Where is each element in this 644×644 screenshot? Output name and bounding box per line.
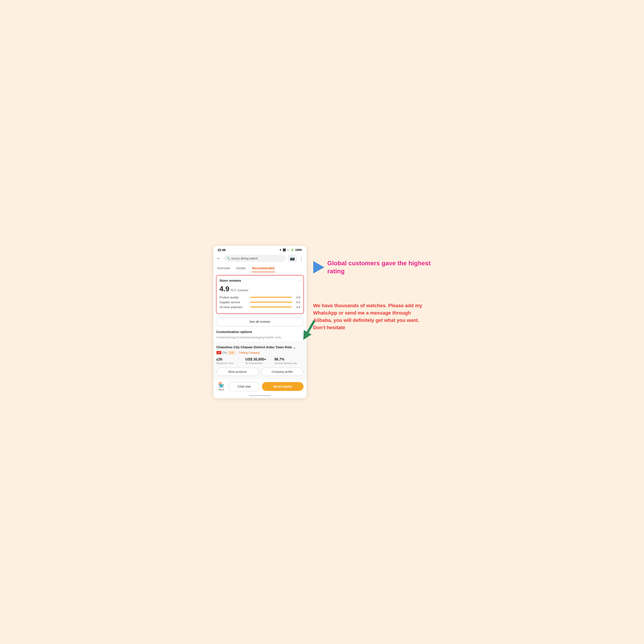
stat-label-0: Response Time	[216, 362, 246, 365]
annotation-bottom: We have thousands of watches. Please add…	[313, 302, 431, 331]
store-icon: 🏪	[218, 382, 224, 388]
rating-row-ontime-shipment: On-time shipment 4.9	[220, 305, 300, 309]
search-query-text: luxury diving watch	[232, 257, 258, 260]
bar-fill-0	[250, 297, 291, 298]
stat-value-0: ≤3h	[216, 357, 246, 361]
bar-track-0	[250, 297, 292, 298]
tag-divider: |	[236, 351, 237, 355]
battery-percent: 100%	[295, 248, 302, 252]
company-tags: ★ CN 1YR | Trading Company	[216, 351, 303, 355]
annotation-top-text: Global customers gave the highest rating	[327, 259, 431, 275]
metric-score-2: 4.9	[294, 305, 300, 309]
metric-score-0: 4.9	[294, 296, 300, 299]
company-stats: ≤3h Response Time US$ 30,000+ 53 Transac…	[216, 357, 303, 365]
stat-label-2: On-time delivery rate	[274, 362, 303, 365]
green-arrow-container	[295, 317, 322, 345]
home-indicator	[249, 395, 271, 396]
rating-satisfied-label: Satisfied	[237, 289, 248, 292]
stat-delivery: 96.7% On-time delivery rate	[274, 357, 303, 365]
annotation-top: Global customers gave the highest rating	[313, 259, 431, 275]
store-icon-area[interactable]: 🏪 Store	[216, 382, 226, 391]
search-input-box[interactable]: 🔍 luxury diving watch	[224, 255, 286, 262]
status-time: 22:46	[218, 248, 226, 252]
see-all-reviews-button[interactable]: See all reviews	[216, 317, 304, 326]
company-name: Chaozhou City Chaoan District Anbu Town …	[216, 345, 303, 349]
more-options-button[interactable]: ⋮	[299, 256, 303, 261]
bar-fill-1	[250, 302, 292, 303]
green-arrow-icon	[295, 317, 322, 344]
stat-response-time: ≤3h Response Time	[216, 357, 246, 365]
customization-section: Customization options › Customized logo;…	[213, 326, 307, 342]
store-label: Store	[218, 388, 224, 391]
rating-max: /5.0	[231, 288, 236, 292]
chat-now-button[interactable]: Chat now	[228, 382, 260, 391]
phone-mockup: 22:46 ✦ ⬛ ↑↓ 🔋 100% ← 🔍 luxury diving wa…	[213, 246, 307, 398]
nfc-icon: ⬛	[283, 248, 286, 252]
country-code: CN	[223, 351, 226, 354]
rating-score-big: 4.9	[220, 285, 229, 293]
annotation-bottom-text: We have thousands of watches. Please add…	[313, 302, 431, 331]
company-buttons: More products Company profile	[216, 368, 303, 376]
search-bar-area: ← 🔍 luxury diving watch 📷 ⋮	[213, 253, 307, 265]
bluetooth-icon: ✦	[279, 248, 281, 252]
blue-arrow-icon	[313, 261, 324, 273]
metric-label-2: On-time shipment	[220, 305, 248, 309]
bar-track-1	[250, 302, 292, 303]
customization-title: Customization options	[216, 330, 252, 334]
battery-icon: 🔋	[291, 248, 294, 252]
tab-overview[interactable]: Overview	[216, 265, 231, 272]
more-products-button[interactable]: More products	[216, 368, 259, 376]
rating-row-supplier-service: Supplier service 5.0	[220, 301, 300, 304]
stat-value-2: 96.7%	[274, 357, 303, 361]
year-badge: 1YR	[228, 351, 235, 355]
stat-label-1: 53 Transactions	[245, 362, 274, 365]
rating-row-product-quality: Product quality 4.9	[220, 296, 300, 299]
metric-score-1: 5.0	[294, 301, 300, 304]
status-icons: ✦ ⬛ ↑↓ 🔋 100%	[279, 248, 302, 252]
bar-fill-2	[250, 307, 291, 307]
country-flag-icon: ★	[216, 351, 221, 354]
stat-value-1: US$ 30,000+	[245, 357, 274, 361]
metric-label-1: Supplier service	[220, 301, 248, 304]
status-bar: 22:46 ✦ ⬛ ↑↓ 🔋 100%	[213, 246, 307, 253]
company-profile-button[interactable]: Company profile	[261, 368, 303, 376]
overall-rating: 4.9 /5.0 Satisfied	[220, 285, 300, 293]
tab-details[interactable]: Details	[236, 265, 247, 272]
camera-button[interactable]: 📷	[288, 254, 297, 262]
send-inquiry-button[interactable]: Send inquiry	[262, 382, 303, 391]
store-reviews-section: Store reviews › 4.9 /5.0 Satisfied Produ…	[216, 275, 304, 314]
reviews-title: Store reviews	[220, 279, 241, 282]
signal-icon: ↑↓	[287, 248, 290, 252]
bottom-bar: 🏪 Store Chat now Send inquiry	[213, 379, 307, 393]
reviews-header: Store reviews ›	[220, 279, 300, 283]
stat-transactions: US$ 30,000+ 53 Transactions	[245, 357, 274, 365]
tab-recommended[interactable]: Recommended	[251, 265, 275, 272]
tabs-row: Overview Details Recommended	[213, 265, 307, 272]
page-container: 22:46 ✦ ⬛ ↑↓ 🔋 100% ← 🔍 luxury diving wa…	[204, 237, 440, 407]
customization-header: Customization options ›	[216, 330, 303, 334]
svg-marker-0	[299, 319, 318, 342]
bar-track-2	[250, 307, 292, 307]
annotation-bottom-container: We have thousands of watches. Please add…	[313, 284, 431, 331]
back-button[interactable]: ←	[216, 256, 221, 261]
trading-type-label: Trading Company	[239, 351, 260, 354]
company-section: Chaozhou City Chaoan District Anbu Town …	[213, 342, 307, 379]
reviews-chevron-icon[interactable]: ›	[299, 279, 300, 283]
metric-label-0: Product quality	[220, 296, 248, 299]
annotations-panel: Global customers gave the highest rating…	[313, 246, 431, 331]
customization-desc: Customized logo;Customized packaging;Gra…	[216, 336, 283, 339]
search-icon: 🔍	[227, 257, 230, 260]
